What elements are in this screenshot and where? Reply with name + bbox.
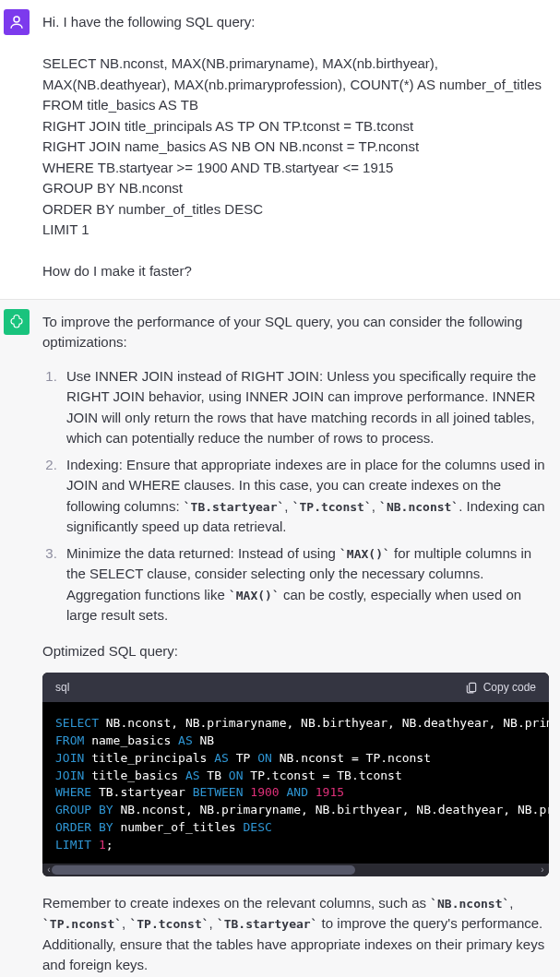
user-message: Hi. I have the following SQL query: SELE…	[0, 0, 560, 300]
copy-code-button[interactable]: Copy code	[465, 681, 536, 694]
user-avatar	[4, 9, 30, 35]
code-content[interactable]: SELECT NB.nconst, NB.primaryname, NB.bir…	[42, 702, 549, 864]
assistant-outro-1: Remember to create indexes on the releva…	[42, 893, 549, 976]
inline-code: `MAX()`	[340, 547, 390, 561]
list-item-text: Use INNER JOIN instead of RIGHT JOIN: Un…	[66, 368, 536, 447]
copy-code-label: Copy code	[483, 681, 536, 694]
inline-code: `TP.tconst`	[129, 917, 209, 931]
inline-code: `TB.startyear`	[184, 500, 285, 514]
assistant-avatar	[4, 309, 30, 335]
scrollbar-thumb[interactable]	[52, 865, 355, 875]
list-item: Indexing: Ensure that appropriate indexe…	[61, 455, 549, 538]
inline-code: `MAX()`	[229, 589, 280, 602]
assistant-intro: To improve the performance of your SQL q…	[42, 312, 549, 353]
clipboard-icon	[465, 681, 478, 694]
optimized-label: Optimized SQL query:	[42, 641, 549, 662]
inline-code: `NB.nconst`	[430, 897, 509, 911]
inline-code: `NB.nconst`	[379, 500, 459, 514]
assistant-message: To improve the performance of your SQL q…	[0, 300, 560, 978]
user-message-text: Hi. I have the following SQL query: SELE…	[42, 9, 549, 282]
svg-rect-1	[469, 683, 475, 691]
code-header: sql Copy code	[42, 673, 549, 702]
code-lang-label: sql	[55, 679, 69, 696]
inline-code: `TB.startyear`	[217, 917, 318, 931]
assistant-message-body: To improve the performance of your SQL q…	[42, 309, 549, 978]
list-item: Minimize the data returned: Instead of u…	[61, 543, 549, 626]
optimization-list: Use INNER JOIN instead of RIGHT JOIN: Un…	[42, 366, 549, 626]
inline-code: `TP.nconst`	[42, 917, 122, 931]
list-item: Use INNER JOIN instead of RIGHT JOIN: Un…	[61, 366, 549, 449]
list-item-text: Minimize the data returned: Instead of u…	[66, 545, 340, 561]
inline-code: `TP.tconst`	[292, 500, 372, 514]
svg-point-0	[14, 17, 19, 22]
assistant-icon	[8, 314, 25, 330]
scroll-right-arrow[interactable]: ›	[536, 864, 549, 876]
user-icon	[8, 14, 25, 30]
horizontal-scrollbar[interactable]: ‹ ›	[42, 864, 549, 876]
code-block: sql Copy code SELECT NB.nconst, NB.prima…	[42, 673, 549, 876]
